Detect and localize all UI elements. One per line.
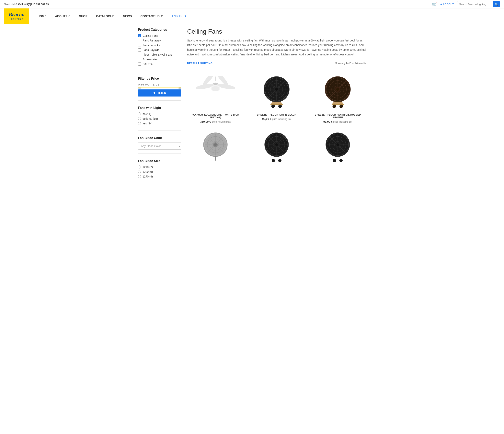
svg-point-63 <box>275 143 278 146</box>
help-text: Need Help? Call +49(0)215 132 582 39 <box>4 3 49 6</box>
svg-point-79 <box>333 159 336 162</box>
chevron-down-icon: ▼ <box>160 14 163 18</box>
product-card-4[interactable] <box>187 128 243 163</box>
category-fans-lucci[interactable]: Fans Lucci Air <box>138 44 181 47</box>
svg-point-65 <box>272 159 275 162</box>
nav-catalogue[interactable]: CATALOGUE <box>92 9 119 23</box>
fans-light-title: Fans with Light <box>138 106 181 110</box>
svg-point-80 <box>340 159 343 162</box>
results-count: Showing 1–15 of 74 results <box>335 62 366 65</box>
product-image-1 <box>187 72 243 111</box>
category-ceiling-fans[interactable]: Ceiling Fans <box>138 34 181 37</box>
product-card-6[interactable] <box>310 128 366 163</box>
product-card-3[interactable]: BREEZE – FLOOR FAN IN OIL RUBBED BRONZE … <box>310 72 366 123</box>
product-image-2 <box>248 72 305 111</box>
svg-point-66 <box>278 159 281 162</box>
language-button[interactable]: ENGLISH ▼ <box>170 13 189 19</box>
logo[interactable]: Beacon LIGHTING <box>4 9 29 24</box>
product-image-4 <box>187 128 243 163</box>
logo-sub: LIGHTING <box>9 18 25 20</box>
filter-icon: ⬆ <box>153 91 155 95</box>
category-checkbox-fanaway[interactable] <box>138 39 141 42</box>
fans-light-yes[interactable]: yes (34) <box>138 122 181 125</box>
nav-about[interactable]: ABOUT US <box>51 9 75 23</box>
svg-rect-20 <box>274 101 279 102</box>
logout-arrow-icon: ➜ <box>440 3 442 6</box>
top-bar-right: 🛒 ➜ LOGOUT 🔍 <box>432 1 500 7</box>
category-checkbox-ceiling[interactable] <box>138 34 141 37</box>
category-floor-fans[interactable]: Floor, Table & Wall Fans <box>138 53 181 56</box>
logo-main: Beacon <box>9 12 25 18</box>
floor-fan-black-svg <box>261 73 292 110</box>
search-bar: 🔍 <box>457 1 500 7</box>
svg-rect-36 <box>335 101 341 102</box>
svg-rect-52 <box>215 156 216 161</box>
chevron-down-icon: ▼ <box>184 15 187 18</box>
category-accessories[interactable]: Accessories <box>138 58 181 61</box>
price-filter-section: Filter by Price Price: 0 € — 570 € ⬆ FIL… <box>138 77 181 101</box>
nav-home[interactable]: HOME <box>33 9 51 23</box>
blade-size-1210[interactable]: 1210 (7) <box>138 165 181 169</box>
blade-size-1270[interactable]: 1270 (4) <box>138 175 181 178</box>
fans-light-optional[interactable]: optional (15) <box>138 117 181 120</box>
product-name-2: BREEZE – FLOOR FAN IN BLACK <box>248 113 305 116</box>
category-fans-bayside[interactable]: Fans Bayside <box>138 48 181 52</box>
nav-contact[interactable]: CONTACT US ▼ <box>136 9 168 23</box>
svg-rect-0 <box>215 76 216 81</box>
blade-color-section: Fan Blade Color Any Blade Color <box>138 136 181 154</box>
svg-rect-64 <box>274 156 279 157</box>
svg-point-40 <box>340 104 343 108</box>
logout-button[interactable]: ➜ LOGOUT <box>440 3 454 6</box>
top-bar: Need Help? Call +49(0)215 132 582 39 🛒 ➜… <box>0 0 504 9</box>
filter-button[interactable]: ⬆ FILTER <box>138 90 181 97</box>
nav-shop[interactable]: SHOP <box>75 9 92 23</box>
svg-point-24 <box>278 104 282 108</box>
nav-news[interactable]: NEWS <box>119 9 136 23</box>
floor-fan-silver-svg <box>201 128 230 163</box>
blade-color-select[interactable]: Any Blade Color <box>138 143 181 150</box>
floor-fan-dark-svg <box>262 128 291 163</box>
category-checkbox-accessories[interactable] <box>138 58 141 61</box>
header: Beacon LIGHTING HOME ABOUT US SHOP CATAL… <box>0 9 504 24</box>
product-card-2[interactable]: BREEZE – FLOOR FAN IN BLACK 99,00 € pric… <box>248 72 305 123</box>
main-nav: HOME ABOUT US SHOP CATALOGUE NEWS CONTAC… <box>29 9 500 23</box>
page-layout: Product Categories Ceiling Fans Fans Fan… <box>134 24 370 193</box>
page-description: Saving energy all year round is a breeze… <box>187 38 366 57</box>
svg-rect-78 <box>335 156 340 157</box>
fans-light-no[interactable]: no (11) <box>138 112 181 116</box>
svg-point-35 <box>336 88 339 90</box>
category-sale[interactable]: SALE % <box>138 63 181 66</box>
product-card-5[interactable] <box>248 128 305 163</box>
price-range-label: Price: 0 € — 570 € <box>138 83 181 86</box>
category-fans-fanaway[interactable]: Fans Fanaway <box>138 39 181 42</box>
svg-point-51 <box>214 143 217 146</box>
product-price-1: 369,00 € price including tax <box>187 120 243 123</box>
product-card-1[interactable]: FANAWAY EVO2 ENDURE – WHITE (FOR TESTING… <box>187 72 243 123</box>
search-button[interactable]: 🔍 <box>493 1 500 7</box>
floor-fan-dark2-svg <box>323 128 352 163</box>
toolbar: DEFAULT SORTING Showing 1–15 of 74 resul… <box>187 62 366 67</box>
category-checkbox-sale[interactable] <box>138 63 141 66</box>
product-grid: FANAWAY EVO2 ENDURE – WHITE (FOR TESTING… <box>187 72 366 163</box>
price-filter-title: Filter by Price <box>138 77 181 80</box>
search-input[interactable] <box>457 2 493 7</box>
floor-fan-bronze-svg <box>322 73 353 110</box>
main-content: Ceiling Fans Saving energy all year roun… <box>187 28 366 189</box>
sort-button[interactable]: DEFAULT SORTING <box>187 62 213 65</box>
category-checkbox-floor[interactable] <box>138 53 141 56</box>
category-checkbox-bayside[interactable] <box>138 48 141 52</box>
blade-size-1220[interactable]: 1220 (9) <box>138 170 181 173</box>
fans-light-section: Fans with Light no (11) optional (15) ye… <box>138 106 181 131</box>
price-track-fill <box>138 87 181 88</box>
blade-color-title: Fan Blade Color <box>138 136 181 140</box>
product-price-2: 99,00 € price including tax <box>248 117 305 120</box>
product-name-1: FANAWAY EVO2 ENDURE – WHITE (FOR TESTING… <box>187 113 243 119</box>
page-title: Ceiling Fans <box>187 28 366 35</box>
category-checkbox-lucci[interactable] <box>138 44 141 47</box>
cart-icon[interactable]: 🛒 <box>432 2 437 7</box>
blade-size-title: Fan Blade Size <box>138 159 181 163</box>
product-image-5 <box>248 128 305 163</box>
product-price-3: 99,00 € price including tax <box>310 120 366 123</box>
sidebar: Product Categories Ceiling Fans Fans Fan… <box>138 28 181 189</box>
blade-size-section: Fan Blade Size 1210 (7) 1220 (9) 1270 (4… <box>138 159 181 184</box>
